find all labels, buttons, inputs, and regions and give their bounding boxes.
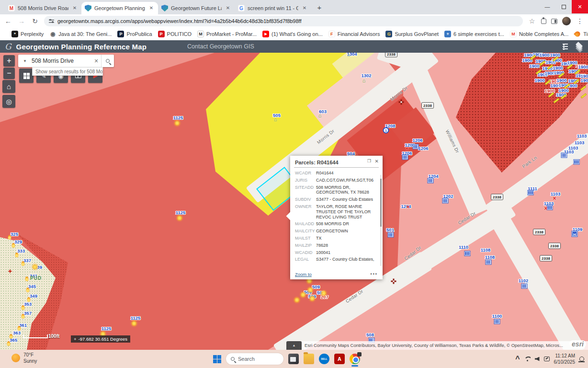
bookmark-item[interactable]: PProPublica [114,29,155,39]
reload-icon[interactable]: ↻ [31,17,39,25]
map-canvas[interactable]: 1304130250560350412081206120612061206120… [0,53,588,350]
bookmark-item[interactable]: MNoble Completes A... [507,29,571,39]
taskbar-clock[interactable]: 11:12 AM 6/10/2025 [554,353,576,365]
bookmark-label: 6 simple exercises t... [453,31,504,37]
contact-link[interactable]: Contact Georgetown GIS [187,43,254,50]
bookmark-item[interactable]: ▶(1) What's Going on... [260,29,326,39]
parcel-address-label: 501 [386,227,394,232]
search-suggestion[interactable]: Show search results for 508 Mo... [32,67,103,76]
taskbar-app-snipping[interactable] [288,354,299,364]
zoom-to-link[interactable]: Zoom to [295,272,312,277]
basemap-gallery-button[interactable] [19,69,34,83]
popup-titlebar[interactable]: Parcels: R041644 ❐ ✕ [290,156,383,168]
bookmark-item[interactable]: GSurplus GovPlanet [383,29,441,39]
browser-tab[interactable]: Georgetown Planning Referenc✕ [81,2,158,14]
politico-icon: P [158,31,165,37]
taskbar-search[interactable]: Search [226,353,283,365]
tray-chevron-icon[interactable]: ^ [515,355,520,363]
arcgis-favicon [161,5,168,12]
bookmark-item[interactable]: FFinancial Advisors [326,29,383,39]
field-label: WCADID [295,250,316,255]
weather-temp: 70°F [23,352,37,358]
popup-close-icon[interactable]: ✕ [375,159,379,164]
tab-close-icon[interactable]: ✕ [301,5,308,12]
field-value: R041644 [316,171,377,176]
notifications-icon[interactable] [579,356,584,361]
taskbar-dell-app[interactable]: DELL [319,354,329,364]
attribute-table-toggle[interactable]: ▲ [286,341,302,350]
taskbar-acrobat[interactable]: A [334,354,345,364]
bookmark-item[interactable]: *Perplexity [9,29,46,39]
browser-tab[interactable]: Georgetown Future Land Use✕ [158,2,235,14]
sun-icon [11,354,20,362]
search-input[interactable]: 508 Morris Drive [32,58,91,64]
gmail-favicon: M [8,5,15,12]
sun-marker [178,216,182,220]
address-bar[interactable]: georgetowntx.maps.arcgis.com/apps/webapp… [44,16,523,26]
bookmark-item[interactable]: ◉Java at 30: The Geni... [46,29,114,39]
search-source-dropdown[interactable]: ▾ [18,58,32,63]
field-label: MAILADD [295,221,316,227]
pud-zone-label: PUD [30,276,42,281]
start-button[interactable] [213,355,221,363]
popup-title: Parcels: R041644 [295,160,339,165]
flame-icon [574,30,581,38]
close-icon[interactable]: ✕ [572,0,588,13]
site-settings-icon[interactable] [49,19,54,23]
speaker-icon[interactable] [535,357,540,361]
search-icon [231,357,235,361]
tab-close-icon[interactable]: ✕ [148,5,155,12]
bookmark-item[interactable]: +6 simple exercises t... [441,29,507,39]
bookmark-item[interactable]: PPOLITICO [155,29,194,39]
taskbar-file-explorer[interactable] [304,354,314,364]
search-button[interactable] [101,55,114,67]
legend-icon[interactable] [560,44,568,50]
wifi-icon[interactable] [524,356,531,361]
bookmark-label: ProMarket - ProMar... [206,31,257,37]
bookmark-item[interactable]: MProMarket - ProMar... [194,29,260,39]
tab-close-icon[interactable]: ✕ [225,5,231,12]
active-app-indicator [351,365,358,367]
sun-marker [132,322,136,326]
clear-search-icon[interactable]: ✕ [91,58,101,64]
home-extent-button[interactable]: ⌂ [2,80,15,93]
zoom-out-button[interactable]: − [3,68,15,79]
minimize-icon[interactable]: — [539,0,555,13]
parcel-address-label: 1125 [131,315,141,321]
bookmark-item[interactable]: Tina Browns Diary [571,29,588,39]
popup-maximize-icon[interactable]: ❐ [367,159,371,163]
parcel-popup: Parcels: R041644 ❐ ✕ WCADRR041644JURISCA… [290,156,383,279]
popup-scrollbar-thumb[interactable] [380,179,382,227]
menu-icon[interactable]: ⋮ [576,17,584,25]
taskbar-chrome[interactable] [350,354,360,364]
layers-icon[interactable] [576,43,583,50]
my-location-button[interactable]: ◎ [2,95,15,108]
field-value: CAD,CGT,GWI,RFM,SGT,T06 [316,178,377,183]
popup-field-row: SITEADD508 MORRIS DR, GEORGETOWN, TX 786… [295,185,377,196]
zoom-in-button[interactable]: + [3,55,15,67]
sun-marker [175,121,180,126]
weather-desc: Sunny [23,358,37,364]
browser-navbar: ← → ↻ georgetowntx.maps.arcgis.com/apps/… [0,14,588,28]
field-value: 508 MORRIS DR [316,221,377,227]
pen-input-icon[interactable] [544,356,550,361]
weather-widget[interactable]: 70°F Sunny [11,352,37,364]
tab-close-icon[interactable]: ✕ [71,5,78,12]
bookmark-star-icon[interactable]: ☆ [528,17,536,25]
forward-icon[interactable]: → [17,17,26,25]
profile-avatar[interactable] [562,17,571,25]
browser-tab[interactable]: M508 Morris Drive Roadway Plan✕ [5,2,81,14]
coordinate-text: -97.682 30.651 Degrees [79,336,127,342]
field-label: MAILST [295,236,316,241]
side-panel-icon[interactable] [551,19,557,24]
popup-more-actions[interactable]: ••• [371,272,378,276]
new-tab-button[interactable]: + [314,2,325,13]
extensions-icon[interactable] [541,19,546,24]
financial-icon: F [328,31,335,37]
browser-tab[interactable]: Gscreen print win 11 - Google S✕ [235,2,311,14]
restore-icon[interactable] [555,0,572,13]
bookmark-label: (1) What's Going on... [271,31,323,37]
sun-marker [295,298,299,302]
youtube-icon: ▶ [262,31,269,37]
back-icon[interactable]: ← [4,17,12,25]
